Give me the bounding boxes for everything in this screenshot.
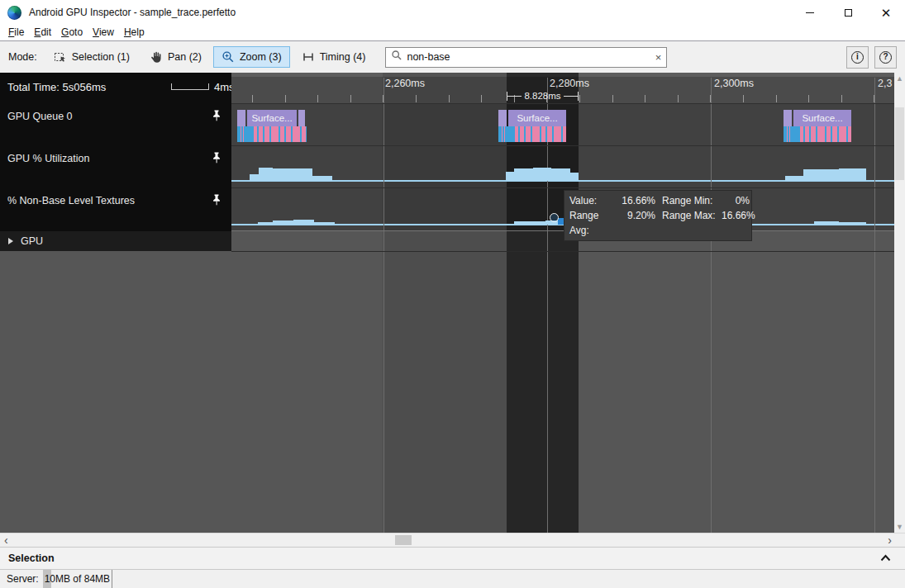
expand-triangle-icon: [8, 238, 13, 244]
utilization-area-segment: [506, 172, 514, 181]
surface-slice[interactable]: [784, 110, 792, 126]
scroll-right-icon[interactable]: ›: [888, 533, 892, 547]
zoom-mode-label: Zoom (3): [240, 51, 282, 63]
scroll-down-icon[interactable]: ▼: [894, 522, 905, 532]
tooltip-value: 16.66%: [722, 208, 750, 238]
textures-area-segment: [314, 222, 335, 225]
menu-bar: File Edit Goto View Help: [0, 25, 905, 40]
axis-tick-label: 2,3: [878, 78, 892, 89]
surface-slice[interactable]: Surface...: [508, 110, 566, 126]
pin-icon[interactable]: [211, 110, 222, 126]
gpu-group-row[interactable]: GPU: [0, 231, 231, 251]
info-button[interactable]: i: [846, 46, 869, 69]
menu-file[interactable]: File: [7, 26, 32, 40]
selection-panel-title: Selection: [8, 552, 55, 564]
track-name: % Non-Base Level Textures: [7, 195, 135, 206]
track-name: GPU Queue 0: [7, 111, 73, 122]
axis-tick: [776, 95, 777, 102]
close-button[interactable]: ✕: [867, 0, 905, 25]
pin-icon[interactable]: [211, 194, 222, 211]
time-measurement: 8.828ms: [507, 90, 579, 102]
memory-text: 10MB of 84MB: [45, 573, 110, 585]
axis-tick: [710, 95, 711, 102]
chevron-up-icon[interactable]: [879, 551, 892, 566]
track-row-nonbase-textures[interactable]: % Non-Base Level Textures: [0, 187, 231, 231]
utilization-area-segment: [533, 168, 551, 181]
tooltip-label: Value:: [569, 193, 617, 208]
menu-help[interactable]: Help: [122, 26, 153, 40]
minimize-button[interactable]: [791, 0, 829, 25]
axis-tick: [252, 95, 253, 102]
scroll-up-icon[interactable]: ▲: [894, 74, 905, 83]
gpu-queue-slices[interactable]: [498, 126, 566, 142]
help-button[interactable]: ?: [874, 46, 897, 69]
surface-slice[interactable]: [237, 110, 245, 126]
search-input[interactable]: non-base ×: [385, 47, 667, 68]
server-label: Server:: [7, 573, 39, 585]
axis-tick-label: 2,300ms: [714, 78, 754, 89]
title-bar: Android GPU Inspector - sample_trace.per…: [0, 0, 905, 25]
textures-area-segment: [293, 220, 314, 225]
horizontal-scroll-thumb[interactable]: [395, 535, 412, 545]
selection-panel-header[interactable]: Selection: [0, 547, 905, 570]
axis-tick: [841, 95, 842, 102]
menu-view[interactable]: View: [91, 26, 122, 40]
clear-search-icon[interactable]: ×: [655, 51, 662, 64]
close-icon: ✕: [881, 7, 892, 19]
selection-mode-label: Selection (1): [72, 51, 130, 63]
tooltip-label: Range Max:: [655, 208, 722, 238]
menu-edit[interactable]: Edit: [32, 26, 60, 40]
tooltip-value: 16.66%: [617, 193, 655, 208]
hover-point-icon: [550, 213, 559, 222]
zoom-mode-button[interactable]: Zoom (3): [213, 46, 290, 68]
scroll-left-icon[interactable]: ‹: [4, 533, 8, 547]
mode-label: Mode:: [8, 51, 37, 63]
hover-tooltip: Value: 16.66% Range Min: 0% Range Avg: 9…: [564, 191, 751, 240]
gpu-group-label: GPU: [21, 235, 43, 247]
app-logo-icon: [7, 6, 21, 20]
track-row-gpu-queue[interactable]: GPU Queue 0: [0, 103, 231, 145]
pin-icon[interactable]: [211, 152, 222, 168]
selection-mode-button[interactable]: Selection (1): [45, 46, 138, 68]
maximize-icon: [845, 9, 852, 17]
utilization-area-segment: [312, 176, 332, 181]
utilization-area-segment: [570, 173, 579, 181]
surface-slice[interactable]: [298, 110, 305, 126]
scale-ruler-icon: [171, 83, 209, 90]
gpu-queue-slices[interactable]: [784, 126, 851, 142]
axis-tick: [449, 95, 450, 102]
vertical-scroll-thumb[interactable]: [895, 107, 904, 180]
horizontal-scrollbar[interactable]: ‹ ›: [0, 533, 905, 547]
track-row-gpu-utilization[interactable]: GPU % Utilization: [0, 145, 231, 187]
gpu-queue-slices[interactable]: [237, 126, 307, 142]
surface-slice[interactable]: Surface...: [247, 110, 297, 126]
axis-tick-label: 2,280ms: [550, 78, 589, 89]
surface-slice-block: Surface...: [498, 110, 566, 142]
axis-tick: [612, 95, 613, 102]
axis-tick: [579, 95, 580, 102]
menu-goto[interactable]: Goto: [60, 26, 91, 40]
axis-tick: [416, 95, 417, 102]
vertical-scrollbar[interactable]: ▲ ▼: [894, 73, 905, 533]
timing-mode-button[interactable]: Timing (4): [293, 46, 374, 68]
surface-slice-block: Surface...: [237, 110, 307, 142]
selection-mode-icon: [54, 50, 67, 64]
surface-slice-label: Surface...: [251, 113, 292, 123]
tooltip-value: 9.20%: [617, 208, 655, 238]
maximize-button[interactable]: [829, 0, 867, 25]
surface-slice[interactable]: [498, 110, 507, 126]
utilization-area-segment: [839, 168, 866, 181]
total-time-label: Total Time: 5s056ms: [7, 81, 106, 93]
axis-tick-label: 2,260ms: [385, 78, 425, 89]
textures-area-segment: [258, 222, 273, 225]
axis-tick: [645, 95, 645, 102]
timeline-canvas[interactable]: 8.828ms Value: 16.66% Range Min: 0% Rang…: [231, 73, 894, 533]
tooltip-label: Range Min:: [655, 193, 722, 208]
pan-mode-icon: [150, 50, 163, 64]
axis-tick: [317, 95, 318, 102]
pan-mode-button[interactable]: Pan (2): [141, 46, 210, 68]
axis-tick: [808, 95, 809, 102]
surface-slice[interactable]: Surface...: [793, 110, 851, 126]
status-bar: Server: 10MB of 84MB: [0, 570, 905, 588]
timeline-main: Total Time: 5s056ms 4ms GPU Queue 0 GPU …: [0, 73, 905, 533]
